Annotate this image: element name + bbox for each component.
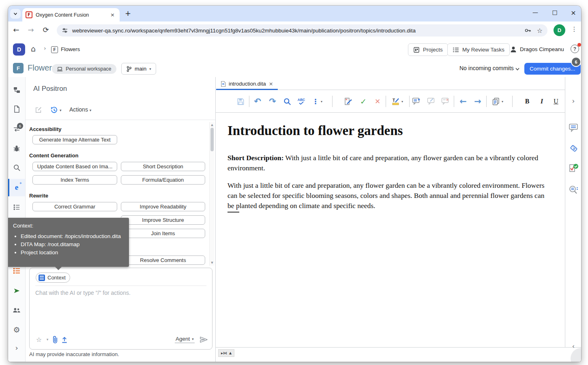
scrollbar-thumb[interactable] — [210, 128, 214, 151]
favorites-star-icon[interactable]: ☆ — [34, 335, 43, 344]
password-key-icon[interactable] — [524, 27, 531, 34]
actions-dropdown[interactable]: Actions ▾ — [69, 106, 91, 113]
new-tab-button[interactable]: + — [125, 9, 131, 17]
navigate-back-button[interactable]: ← — [458, 97, 468, 106]
window-maximize-button[interactable]: □ — [549, 9, 560, 15]
tab-search-button[interactable] — [10, 9, 21, 19]
add-comment-button[interactable] — [412, 97, 421, 106]
breadcrumb-project[interactable]: Flowers — [61, 46, 80, 52]
element-breadcrumb[interactable]: ▸⋈ ▲ — [218, 349, 234, 357]
ai-positron-button[interactable]: e+ — [12, 182, 21, 192]
upload-button[interactable] — [60, 335, 69, 344]
find-replace-button[interactable] — [282, 97, 292, 106]
track-changes-caret-icon[interactable]: ▾ — [321, 100, 322, 103]
window-minimize-button[interactable]: — — [530, 9, 541, 15]
reject-change-button[interactable]: ✕ — [373, 97, 382, 106]
projects-button[interactable]: Projects — [408, 43, 448, 56]
users-button[interactable] — [12, 305, 21, 315]
ai-button-generate-image-alt[interactable]: Generate Image Alternate Text — [32, 135, 117, 144]
ai-panel-scrollbar[interactable]: ▲ ▼ — [209, 122, 215, 266]
my-review-tasks-button[interactable]: My Review Tasks — [447, 43, 510, 56]
ai-button-index-terms[interactable]: Index Terms — [32, 175, 117, 185]
positron-e-icon: e+ — [15, 183, 18, 192]
browser-tab-title: Oxygen Content Fusion — [36, 12, 109, 18]
tags-panel-button[interactable] — [568, 144, 579, 154]
undo-button[interactable]: ↶ — [253, 97, 262, 106]
documents-button[interactable] — [12, 104, 21, 114]
back-button[interactable]: ← — [11, 26, 21, 34]
ai-button-correct-grammar[interactable]: Correct Grammar — [32, 202, 117, 211]
editor-tab-close-icon[interactable]: × — [269, 81, 273, 87]
feedback-send-button[interactable] — [12, 286, 21, 296]
rail-expand-chevron-icon[interactable]: › — [12, 343, 21, 352]
redo-button[interactable]: ↷ — [268, 97, 277, 106]
bold-button[interactable]: B — [522, 97, 532, 106]
ai-button-short-description[interactable]: Short Description — [121, 162, 205, 171]
dita-outline-button[interactable] — [12, 266, 21, 276]
save-button[interactable] — [236, 97, 245, 106]
branch-selector[interactable]: main ▾ — [121, 63, 156, 75]
settings-gear-icon[interactable]: ⚙ — [12, 325, 21, 335]
validation-panel-button[interactable] — [568, 163, 579, 174]
incoming-commits-caret-icon[interactable] — [515, 67, 520, 71]
edit-comment-button[interactable] — [427, 97, 436, 106]
copy-caret-icon[interactable]: ▾ — [502, 100, 503, 103]
highlight-button[interactable]: T — [391, 97, 401, 106]
highlight-caret-icon[interactable]: ▾ — [401, 100, 403, 103]
window-close-button[interactable]: × — [568, 9, 579, 17]
italic-button[interactable]: I — [537, 97, 547, 106]
browser-profile-avatar[interactable]: D — [554, 24, 565, 36]
url-bar[interactable]: webreviewer-qa.sync.ro/workspace/qnfem93… — [57, 24, 547, 36]
scroll-down-icon[interactable]: ▼ — [210, 261, 215, 264]
forward-button[interactable]: → — [26, 26, 36, 34]
spellcheck-button[interactable]: ABC — [296, 97, 306, 106]
ai-chat-box[interactable]: Context Chat with the AI or type "/" for… — [29, 268, 212, 350]
copy-fragment-button[interactable] — [491, 97, 501, 106]
site-info-icon[interactable] — [62, 27, 68, 34]
user-avatar[interactable]: D — [13, 43, 25, 56]
user-name[interactable]: Dragos Cimpeanu — [520, 46, 564, 52]
underline-button[interactable]: U — [551, 97, 561, 106]
incoming-commits-status[interactable]: No incoming commits — [459, 65, 514, 71]
track-changes-button[interactable]: ⋮ — [311, 97, 320, 106]
browser-tab[interactable]: F Oxygen Content Fusion × — [22, 8, 120, 21]
tab-close-icon[interactable]: × — [109, 12, 116, 18]
send-button[interactable] — [199, 335, 208, 344]
history-caret-icon[interactable]: ▾ — [60, 108, 62, 112]
bookmark-star-icon[interactable]: ☆ — [537, 27, 543, 34]
toolbar-expand-chevron-icon[interactable]: › — [568, 96, 579, 106]
history-button[interactable] — [49, 105, 58, 114]
agent-dropdown[interactable]: Agent ▾ — [175, 336, 195, 343]
ditamap-tree-button[interactable] — [12, 85, 21, 95]
ai-button-join-items[interactable]: Join Items — [121, 229, 205, 238]
editor-tab[interactable]: introduction.dita × — [218, 79, 276, 89]
short-description-paragraph[interactable]: Short Description: With just a little bi… — [227, 153, 549, 173]
ai-button-improve-structure[interactable]: Improve Structure — [121, 215, 205, 225]
accept-change-button[interactable]: ✓ — [358, 97, 368, 106]
url-text[interactable]: webreviewer-qa.sync.ro/workspace/qnfem93… — [72, 28, 524, 34]
body-paragraph[interactable]: With just a little bit of care and prepa… — [227, 180, 549, 211]
element-up-icon[interactable]: ▲ — [229, 351, 232, 355]
ai-button-improve-readability[interactable]: Improve Readability — [121, 202, 205, 211]
review-changes-button[interactable]: ✳ — [343, 97, 353, 106]
search-button[interactable] — [12, 163, 21, 172]
review-search-button[interactable] — [568, 185, 579, 195]
browser-menu-icon[interactable]: ⋮ — [569, 26, 579, 33]
new-chat-button[interactable] — [34, 105, 43, 114]
document-title[interactable]: Introduction to flower gardens — [227, 123, 403, 138]
home-icon[interactable]: ⌂ — [31, 44, 36, 53]
personal-workspace-chip[interactable]: Personal workspace — [52, 64, 116, 74]
scroll-up-icon[interactable]: ▲ — [210, 123, 215, 127]
ai-button-update-content[interactable]: Update Content Based on Ima... — [32, 162, 117, 171]
delete-comment-button[interactable] — [441, 97, 451, 106]
ai-button-resolve-comments[interactable]: Resolve Comments — [121, 256, 205, 265]
outline-list-button[interactable] — [12, 202, 21, 212]
context-chip[interactable]: Context — [36, 273, 70, 283]
validation-bug-button[interactable] — [12, 144, 21, 153]
comments-panel-button[interactable] — [568, 122, 579, 133]
chat-input-placeholder[interactable]: Chat with the AI or type "/" for actions… — [35, 290, 131, 296]
reload-button[interactable]: ⟳ — [41, 26, 51, 34]
navigate-forward-button[interactable]: → — [473, 97, 483, 106]
attach-button[interactable] — [51, 335, 60, 344]
ai-button-formula-equation[interactable]: Formula/Equation — [121, 175, 205, 185]
